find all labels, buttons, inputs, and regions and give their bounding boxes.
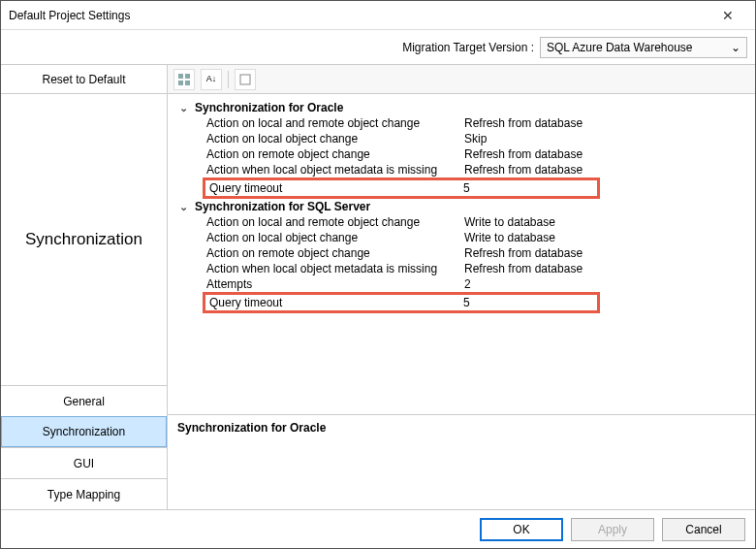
- svg-rect-1: [185, 74, 190, 79]
- highlight-box-sqlserver: Query timeout 5: [203, 292, 600, 313]
- group-sqlserver: ⌄ Synchronization for SQL Server Action …: [168, 199, 755, 313]
- page-icon: [238, 73, 252, 86]
- titlebar: Default Project Settings ✕: [1, 1, 755, 30]
- property-pages-button[interactable]: [235, 69, 256, 90]
- property-row[interactable]: Query timeout 5: [205, 295, 597, 310]
- categorized-icon: [177, 73, 191, 86]
- group-sqlserver-header[interactable]: ⌄ Synchronization for SQL Server: [177, 199, 755, 214]
- property-label: Query timeout: [209, 181, 463, 195]
- property-label: Action on local object change: [206, 231, 464, 244]
- property-row[interactable]: Attempts 2: [177, 276, 755, 292]
- property-label: Action when local object metadata is mis…: [206, 163, 464, 177]
- property-label: Action on remote object change: [206, 147, 464, 161]
- property-row[interactable]: Query timeout 5: [205, 180, 597, 196]
- side-tabs: General Synchronization GUI Type Mapping: [1, 385, 167, 509]
- reset-to-default-button[interactable]: Reset to Default: [1, 65, 167, 94]
- page-heading: Synchronization: [25, 230, 142, 249]
- toolbar-divider: [228, 71, 229, 88]
- property-value: Refresh from database: [464, 163, 755, 177]
- description-panel: Synchronization for Oracle: [168, 414, 755, 509]
- svg-rect-0: [178, 74, 183, 79]
- apply-button[interactable]: Apply: [571, 518, 654, 541]
- tab-gui[interactable]: GUI: [1, 447, 167, 478]
- property-value: Refresh from database: [464, 262, 755, 275]
- heading-area: Synchronization: [1, 94, 167, 385]
- property-row[interactable]: Action on local object change Write to d…: [177, 230, 755, 245]
- property-row[interactable]: Action on local and remote object change…: [177, 214, 755, 230]
- property-row[interactable]: Action on local and remote object change…: [177, 115, 755, 131]
- svg-rect-3: [185, 81, 190, 85]
- ok-button[interactable]: OK: [480, 518, 563, 541]
- description-title: Synchronization for Oracle: [177, 421, 326, 435]
- property-value: Skip: [464, 132, 755, 145]
- sort-az-icon: A↓: [206, 75, 217, 83]
- svg-rect-2: [178, 81, 183, 85]
- property-value: Write to database: [464, 231, 755, 244]
- right-pane: A↓ ⌄ Synchronization for Oracle Action o…: [168, 65, 755, 509]
- tab-synchronization[interactable]: Synchronization: [1, 416, 167, 447]
- alphabetical-sort-button[interactable]: A↓: [201, 69, 222, 90]
- property-row[interactable]: Action on remote object change Refresh f…: [177, 146, 755, 162]
- tab-general[interactable]: General: [1, 385, 167, 416]
- main-area: Reset to Default Synchronization General…: [1, 65, 755, 509]
- property-value: 5: [463, 296, 597, 309]
- svg-rect-4: [240, 75, 250, 84]
- property-label: Action on local object change: [206, 132, 464, 145]
- property-label: Action on remote object change: [206, 246, 464, 260]
- group-oracle-header[interactable]: ⌄ Synchronization for Oracle: [177, 100, 755, 115]
- highlight-box-oracle: Query timeout 5: [203, 178, 600, 199]
- property-value: Refresh from database: [464, 246, 755, 260]
- close-icon[interactable]: ✕: [709, 2, 747, 29]
- property-label: Action when local object metadata is mis…: [206, 262, 464, 275]
- property-value: Refresh from database: [464, 116, 755, 130]
- property-value: 5: [463, 181, 597, 195]
- property-row[interactable]: Action when local object metadata is mis…: [177, 162, 755, 178]
- property-row[interactable]: Action on remote object change Refresh f…: [177, 245, 755, 261]
- chevron-down-icon: ⌄: [177, 201, 189, 213]
- property-value: Write to database: [464, 215, 755, 229]
- property-grid[interactable]: ⌄ Synchronization for Oracle Action on l…: [168, 94, 755, 414]
- chevron-down-icon: ⌄: [731, 41, 740, 54]
- property-value: Refresh from database: [464, 147, 755, 161]
- chevron-down-icon: ⌄: [177, 102, 189, 114]
- version-label: Migration Target Version :: [402, 41, 534, 54]
- tab-type-mapping[interactable]: Type Mapping: [1, 478, 167, 509]
- prop-toolbar: A↓: [168, 65, 755, 94]
- window-title: Default Project Settings: [9, 9, 709, 22]
- property-row[interactable]: Action when local object metadata is mis…: [177, 261, 755, 276]
- left-pane: Reset to Default Synchronization General…: [1, 65, 168, 509]
- property-value: 2: [464, 277, 755, 291]
- property-label: Action on local and remote object change: [206, 116, 464, 130]
- version-select[interactable]: SQL Azure Data Warehouse ⌄: [540, 37, 747, 58]
- cancel-button[interactable]: Cancel: [662, 518, 745, 541]
- group-oracle: ⌄ Synchronization for Oracle Action on l…: [168, 100, 755, 199]
- version-select-value: SQL Azure Data Warehouse: [547, 41, 693, 54]
- version-bar: Migration Target Version : SQL Azure Dat…: [1, 30, 755, 65]
- dialog-footer: OK Apply Cancel: [1, 509, 755, 548]
- property-label: Query timeout: [209, 296, 463, 309]
- property-label: Attempts: [206, 277, 464, 291]
- categorized-view-button[interactable]: [173, 69, 195, 90]
- property-label: Action on local and remote object change: [206, 215, 464, 229]
- property-row[interactable]: Action on local object change Skip: [177, 131, 755, 146]
